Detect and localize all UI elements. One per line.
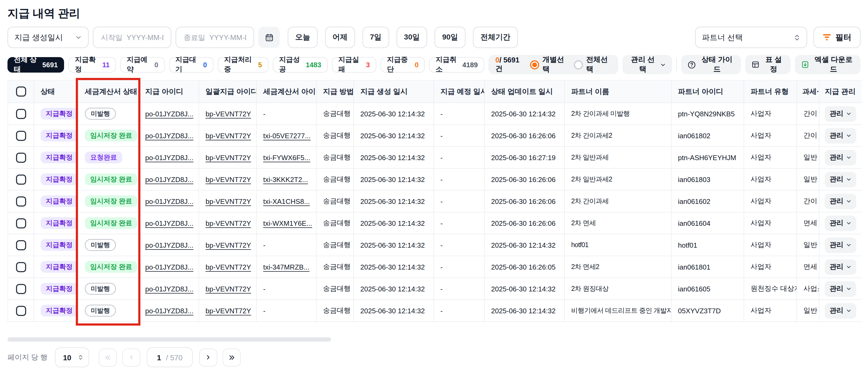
payment-id-link[interactable]: po-01JYZD8J...: [145, 307, 193, 315]
partner-name-cell: 2차 간이과세: [565, 190, 672, 212]
status-chip[interactable]: 지급중단 0: [381, 57, 425, 72]
first-page-button[interactable]: [99, 348, 117, 366]
bulk-payment-id-link[interactable]: bp-VEVNT72Y: [206, 307, 251, 315]
individual-select-radio[interactable]: 개별선택: [530, 55, 567, 74]
tax-invoice-status-cell: 미발행: [79, 234, 139, 256]
row-manage-button[interactable]: 관리: [825, 150, 856, 165]
bulk-payment-id-link[interactable]: bp-VEVNT72Y: [206, 110, 251, 118]
payment-id-cell: po-01JYZD8J...: [139, 147, 199, 169]
status-chip[interactable]: 지급성공 1483: [273, 57, 328, 72]
payment-id-link[interactable]: po-01JYZD8J...: [145, 131, 193, 140]
tax-invoice-id-link[interactable]: txi-347MRZB...: [263, 263, 309, 271]
payment-id-link[interactable]: po-01JYZD8J...: [145, 110, 193, 118]
updown-chevrons-icon: [78, 354, 83, 361]
row-checkbox[interactable]: [16, 262, 26, 272]
tax-invoice-id-cell: -: [257, 103, 316, 125]
horizontal-scrollbar-thumb[interactable]: [7, 337, 331, 342]
row-checkbox[interactable]: [16, 196, 26, 206]
bulk-payment-id-link[interactable]: bp-VEVNT72Y: [206, 241, 251, 249]
row-checkbox[interactable]: [16, 306, 26, 316]
calendar-button[interactable]: [258, 27, 280, 48]
row-manage-button[interactable]: 관리: [825, 259, 856, 275]
row-manage-button[interactable]: 관리: [825, 237, 856, 253]
payment-id-link[interactable]: po-01JYZD8J...: [145, 219, 193, 227]
row-checkbox[interactable]: [16, 284, 26, 294]
row-checkbox[interactable]: [16, 174, 26, 184]
chevron-down-icon: [846, 264, 851, 270]
tax-invoice-id-cell: txi-XA1CHS8...: [257, 190, 316, 212]
table-settings-button[interactable]: 표 설정: [745, 55, 790, 74]
row-checkbox[interactable]: [16, 152, 26, 162]
bulk-payment-id-link[interactable]: bp-VEVNT72Y: [206, 263, 251, 271]
excel-download-button[interactable]: 엑셀 다운로드: [795, 55, 861, 74]
status-chip[interactable]: 지급대기 0: [169, 57, 213, 72]
row-manage-button[interactable]: 관리: [825, 128, 856, 143]
tax-invoice-id-link[interactable]: txi-WXM1Y6E...: [263, 219, 312, 227]
bulk-payment-id-link[interactable]: bp-VEVNT72Y: [206, 219, 251, 227]
row-manage-button[interactable]: 관리: [825, 172, 856, 187]
tax-invoice-status-cell: 임시저장 완료: [79, 212, 139, 234]
row-manage-button[interactable]: 관리: [825, 106, 856, 121]
payment-id-link[interactable]: po-01JYZD8J...: [145, 263, 193, 271]
date-type-select[interactable]: 지급 생성일시: [7, 27, 89, 48]
manage-select-button[interactable]: 관리 선택: [622, 55, 672, 74]
status-chip[interactable]: 지급처리중 5: [218, 57, 269, 72]
tax-invoice-id-link[interactable]: txi-3KKK2T2...: [263, 175, 308, 183]
tax-invoice-status-badge: 미발행: [85, 108, 116, 120]
quick-range-button[interactable]: 90일: [435, 27, 465, 48]
payment-id-link[interactable]: po-01JYZD8J...: [145, 285, 193, 293]
select-all-checkbox[interactable]: [16, 87, 26, 97]
tax-invoice-id-link[interactable]: txi-XA1CHS8...: [263, 197, 310, 205]
status-badge: 지급확정: [40, 195, 78, 207]
created-at-cell: 2025-06-30 12:14:32: [354, 190, 434, 212]
end-date-input[interactable]: [183, 33, 247, 42]
status-chip[interactable]: 전체 상태 5691: [7, 57, 64, 72]
quick-range-button[interactable]: 어제: [325, 27, 355, 48]
row-checkbox[interactable]: [16, 240, 26, 250]
status-chip[interactable]: 지급예약 0: [120, 57, 165, 72]
row-checkbox[interactable]: [16, 218, 26, 228]
quick-range-button[interactable]: 30일: [397, 27, 427, 48]
bulk-payment-id-link[interactable]: bp-VEVNT72Y: [206, 153, 251, 161]
rows-per-page-select[interactable]: 10: [55, 347, 89, 367]
filter-button[interactable]: 필터: [813, 27, 861, 48]
row-manage-button[interactable]: 관리: [825, 193, 856, 209]
status-guide-button[interactable]: 상태 가이드: [681, 55, 741, 74]
payment-id-link[interactable]: po-01JYZD8J...: [145, 153, 193, 161]
start-date-input[interactable]: [100, 33, 164, 42]
next-page-button[interactable]: [199, 348, 217, 366]
bulk-payment-id-link[interactable]: bp-VEVNT72Y: [206, 131, 251, 140]
quick-range-button[interactable]: 7일: [363, 27, 389, 48]
row-manage-button[interactable]: 관리: [825, 281, 856, 297]
row-manage-button[interactable]: 관리: [825, 215, 856, 231]
status-chip[interactable]: 지급확정 11: [68, 57, 116, 72]
status-chip[interactable]: 지급실패 3: [332, 57, 376, 72]
payment-id-link[interactable]: po-01JYZD8J...: [145, 175, 193, 183]
row-manage-button[interactable]: 관리: [825, 303, 856, 318]
radio-on-icon: [530, 60, 539, 69]
tax-invoice-id-link[interactable]: txi-FYWX6F5...: [263, 153, 310, 161]
payment-id-link[interactable]: po-01JYZD8J...: [145, 241, 193, 249]
partner-select[interactable]: 파트너 선택: [695, 27, 807, 48]
quick-range-button[interactable]: 전체기간: [473, 27, 518, 48]
all-select-radio[interactable]: 전체선택: [574, 55, 611, 74]
page-indicator[interactable]: 1 / 570: [147, 347, 193, 367]
payment-id-link[interactable]: po-01JYZD8J...: [145, 197, 193, 205]
updown-chevrons-icon: [794, 33, 800, 41]
start-date-field[interactable]: [93, 27, 172, 48]
bulk-payment-id-link[interactable]: bp-VEVNT72Y: [206, 175, 251, 183]
tax-invoice-id-link[interactable]: txi-05VE7277...: [263, 131, 311, 140]
partner-name-cell: 2차 일반과세2: [565, 169, 672, 190]
last-page-button[interactable]: [223, 348, 241, 366]
quick-range-button[interactable]: 오늘: [288, 27, 318, 48]
bulk-payment-id-link[interactable]: bp-VEVNT72Y: [206, 285, 251, 293]
row-manage-label: 관리: [830, 175, 843, 184]
bulk-payment-id-cell: bp-VEVNT72Y: [199, 234, 257, 256]
payment-id-cell: po-01JYZD8J...: [139, 190, 199, 212]
end-date-field[interactable]: [176, 27, 254, 48]
status-chip[interactable]: 지급취소 4189: [429, 57, 484, 72]
row-checkbox[interactable]: [16, 108, 26, 119]
row-checkbox[interactable]: [16, 130, 26, 141]
bulk-payment-id-link[interactable]: bp-VEVNT72Y: [206, 197, 251, 205]
prev-page-button[interactable]: [122, 348, 141, 366]
